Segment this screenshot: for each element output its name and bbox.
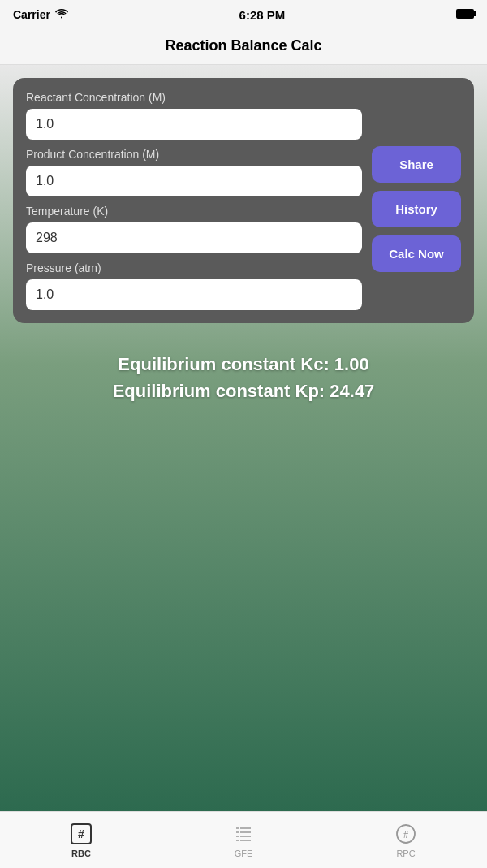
results-area: Equilibrium constant Kc: 1.00 Equilibriu… bbox=[13, 343, 474, 412]
pressure-label: Pressure (atm) bbox=[26, 261, 362, 274]
share-button[interactable]: Share bbox=[372, 146, 461, 183]
status-bar: Carrier 6:28 PM bbox=[0, 0, 487, 29]
carrier-label: Carrier bbox=[13, 8, 50, 21]
battery-icon bbox=[456, 7, 474, 22]
nav-title: Reaction Balance Calc bbox=[165, 37, 321, 54]
temperature-label: Temperature (K) bbox=[26, 205, 362, 218]
tab-bar: # RBC GFE # RPC bbox=[0, 811, 487, 868]
tab-rbc-label: RBC bbox=[71, 849, 91, 858]
pressure-input[interactable] bbox=[26, 279, 362, 310]
tab-gfe[interactable]: GFE bbox=[162, 812, 325, 868]
tab-gfe-label: GFE bbox=[235, 849, 253, 858]
nav-bar: Reaction Balance Calc bbox=[0, 29, 487, 65]
svg-text:#: # bbox=[403, 829, 408, 839]
wifi-icon bbox=[55, 8, 68, 21]
status-time: 6:28 PM bbox=[239, 8, 286, 22]
rbc-icon: # bbox=[70, 823, 93, 845]
form-fields: Reactant Concentration (M) Product Conce… bbox=[26, 91, 362, 310]
tab-rpc-label: RPC bbox=[396, 849, 415, 858]
pressure-group: Pressure (atm) bbox=[26, 261, 362, 310]
history-button[interactable]: History bbox=[372, 191, 461, 227]
gfe-icon bbox=[232, 823, 255, 845]
product-concentration-group: Product Concentration (M) bbox=[26, 148, 362, 196]
reactant-concentration-input[interactable] bbox=[26, 109, 362, 140]
tab-rpc[interactable]: # RPC bbox=[325, 812, 487, 868]
form-card: Reactant Concentration (M) Product Conce… bbox=[13, 78, 474, 323]
kp-result: Equilibrium constant Kp: 24.47 bbox=[21, 378, 466, 404]
kc-result: Equilibrium constant Kc: 1.00 bbox=[21, 351, 466, 378]
reactant-concentration-label: Reactant Concentration (M) bbox=[26, 91, 362, 104]
main-content: Reactant Concentration (M) Product Conce… bbox=[0, 65, 487, 811]
reactant-concentration-group: Reactant Concentration (M) bbox=[26, 91, 362, 140]
calc-now-button[interactable]: Calc Now bbox=[372, 235, 461, 272]
side-buttons: Share History Calc Now bbox=[372, 91, 461, 310]
product-concentration-label: Product Concentration (M) bbox=[26, 148, 362, 161]
tab-rbc[interactable]: # RBC bbox=[0, 812, 162, 868]
rpc-icon: # bbox=[394, 823, 417, 845]
carrier-wifi: Carrier bbox=[13, 8, 68, 21]
temperature-input[interactable] bbox=[26, 222, 362, 253]
product-concentration-input[interactable] bbox=[26, 166, 362, 196]
temperature-group: Temperature (K) bbox=[26, 205, 362, 253]
